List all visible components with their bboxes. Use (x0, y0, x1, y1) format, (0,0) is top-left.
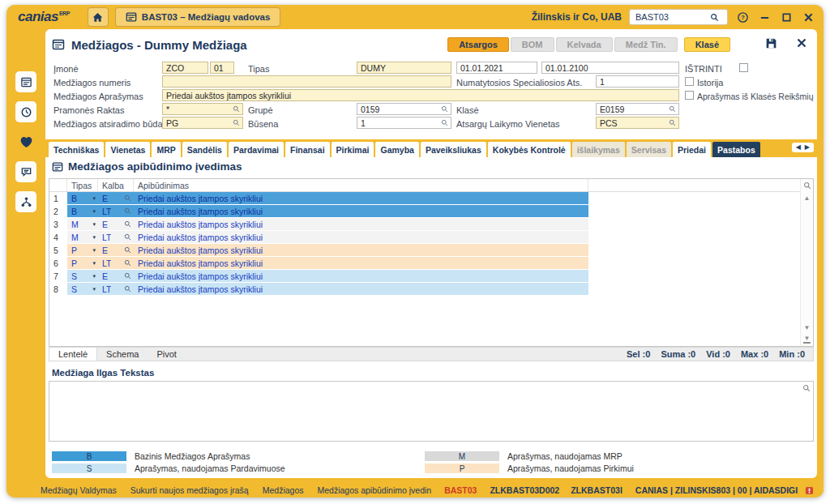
type-cell[interactable]: M ▾ (67, 231, 98, 243)
maximize-button[interactable] (779, 10, 794, 24)
plant-field[interactable]: 01 (210, 62, 234, 74)
view-tab[interactable]: Schema (97, 348, 148, 361)
module-tab[interactable]: Kokybės Kontrolė (488, 142, 571, 157)
search-icon[interactable] (803, 182, 811, 190)
type-cell[interactable]: S ▾ (67, 283, 98, 295)
transaction-search[interactable] (629, 9, 728, 25)
history-checkbox[interactable] (685, 77, 694, 86)
home-button[interactable] (88, 7, 109, 27)
dropdown-icon[interactable]: ▾ (92, 234, 96, 240)
valid-from-field[interactable]: 01.01.2021 (456, 62, 537, 74)
deleted-checkbox[interactable] (739, 63, 748, 72)
header-action-button[interactable]: Kelvada (556, 37, 613, 52)
grid-scrollbar[interactable]: ▲ ▼ ▼ (800, 179, 813, 346)
language-cell[interactable]: E (98, 270, 134, 282)
close-window-button[interactable] (801, 10, 815, 24)
module-tab[interactable]: Servisas (627, 142, 671, 157)
language-cell[interactable]: E (98, 244, 134, 256)
language-cell[interactable]: LT (98, 205, 134, 217)
module-tab[interactable]: Pirkimai (332, 142, 374, 157)
group-field[interactable]: 0159 (357, 103, 451, 115)
industry-key-field[interactable]: * (162, 103, 243, 115)
type-cell[interactable]: B ▾ (67, 192, 98, 204)
view-tab[interactable]: Pivot (148, 348, 185, 361)
search-icon[interactable] (124, 246, 131, 254)
language-cell[interactable]: E (98, 218, 134, 230)
dropdown-icon[interactable]: ▾ (92, 247, 96, 253)
type-cell[interactable]: P ▾ (67, 257, 98, 269)
material-description-field[interactable]: Priedai aukštos įtampos skyrikliui (162, 89, 679, 101)
header-action-button[interactable]: BOM (511, 37, 554, 52)
close-document-button[interactable] (796, 37, 807, 52)
sidebar-recent-button[interactable] (15, 101, 36, 122)
tab-scroll-buttons[interactable]: ◀ ▶ (792, 143, 814, 152)
save-button[interactable] (764, 36, 778, 53)
language-cell[interactable]: LT (98, 231, 134, 243)
company-field[interactable]: ZCO (162, 62, 208, 74)
search-icon[interactable] (124, 285, 131, 293)
description-row[interactable]: 5 P ▾ E Priedai aukštos įtampos skyrikli… (49, 244, 588, 257)
search-icon[interactable] (669, 105, 676, 113)
search-icon[interactable] (124, 259, 131, 267)
dropdown-icon[interactable]: ▾ (92, 208, 96, 214)
status-field[interactable]: 1 (357, 117, 451, 129)
description-row[interactable]: 7 S ▾ E Priedai aukštos įtampos skyrikli… (49, 270, 588, 283)
scroll-up-icon[interactable]: ▲ (801, 195, 813, 202)
module-tab[interactable]: išlaikymas (572, 142, 625, 157)
search-icon[interactable] (669, 119, 676, 126)
view-tab[interactable]: Lentelė (49, 348, 97, 361)
description-row[interactable]: 4 M ▾ LT Priedai aukštos įtampos skyrikl… (49, 231, 588, 244)
module-tab[interactable]: Priedai (673, 142, 711, 157)
search-icon[interactable] (233, 105, 240, 113)
type-cell[interactable]: B ▾ (67, 205, 98, 217)
default-special-field[interactable]: 1 (596, 75, 679, 88)
description-row[interactable]: 1 B ▾ E Priedai aukštos įtampos skyrikli… (49, 192, 588, 205)
dropdown-icon[interactable]: ▾ (92, 195, 96, 201)
search-icon[interactable] (124, 272, 131, 280)
sidebar-messages-button[interactable] (15, 161, 36, 182)
scroll-down-icon[interactable]: ▼ (801, 325, 813, 331)
sidebar-favorites-button[interactable] (15, 131, 36, 152)
module-tab[interactable]: MRP (152, 142, 180, 157)
module-tab[interactable]: Finansai (285, 142, 330, 157)
search-icon[interactable] (802, 384, 811, 392)
dropdown-icon[interactable]: ▾ (92, 286, 96, 292)
long-text-field[interactable] (49, 381, 814, 442)
description-cell[interactable]: Priedai aukštos įtampos skyrikliui (134, 205, 588, 217)
header-action-button[interactable]: Medž Tin. (614, 37, 678, 52)
help-button[interactable]: ? (735, 10, 750, 24)
search-icon[interactable] (124, 194, 131, 202)
search-icon[interactable] (124, 233, 131, 241)
description-cell[interactable]: Priedai aukštos įtampos skyrikliui (134, 270, 588, 282)
description-row[interactable]: 8 S ▾ LT Priedai aukštos įtampos skyrikl… (49, 283, 588, 296)
origin-method-field[interactable]: PG (162, 117, 243, 129)
warning-indicator-icon[interactable] (821, 486, 824, 495)
dropdown-icon[interactable]: ▾ (92, 221, 96, 227)
minimize-button[interactable] (757, 10, 772, 24)
module-tab[interactable]: Gamyba (375, 142, 418, 157)
header-action-button[interactable]: Klasė (684, 37, 730, 52)
language-cell[interactable]: LT (98, 257, 134, 269)
description-cell[interactable]: Priedai aukštos įtampos skyrikliui (134, 244, 588, 256)
material-number-field[interactable] (162, 75, 451, 88)
description-row[interactable]: 6 P ▾ LT Priedai aukštos įtampos skyrikl… (49, 257, 588, 270)
scroll-end-icon[interactable]: ▼ (803, 335, 811, 344)
error-indicator-icon[interactable] (805, 486, 814, 495)
module-tab[interactable]: Pastabos (712, 142, 760, 157)
description-cell[interactable]: Priedai aukštos įtampos skyrikliui (134, 192, 588, 204)
sidebar-workflow-button[interactable] (15, 191, 36, 212)
scroll-right-icon[interactable]: ▶ (805, 144, 810, 151)
description-cell[interactable]: Priedai aukštos įtampos skyrikliui (134, 231, 588, 243)
search-icon[interactable] (441, 119, 448, 126)
scroll-left-icon[interactable]: ◀ (796, 144, 801, 151)
header-action-button[interactable]: Atsargos (447, 37, 509, 52)
description-cell[interactable]: Priedai aukštos įtampos skyrikliui (134, 257, 588, 269)
search-icon[interactable] (710, 13, 719, 22)
sidebar-forms-button[interactable] (15, 71, 36, 92)
class-field[interactable]: E0159 (596, 103, 679, 115)
stock-unit-field[interactable]: PCS (596, 117, 679, 129)
valid-to-field[interactable]: 01.01.2100 (541, 62, 679, 74)
search-icon[interactable] (124, 220, 131, 228)
type-field[interactable]: DUMY (357, 62, 451, 74)
description-cell[interactable]: Priedai aukštos įtampos skyrikliui (134, 218, 588, 230)
